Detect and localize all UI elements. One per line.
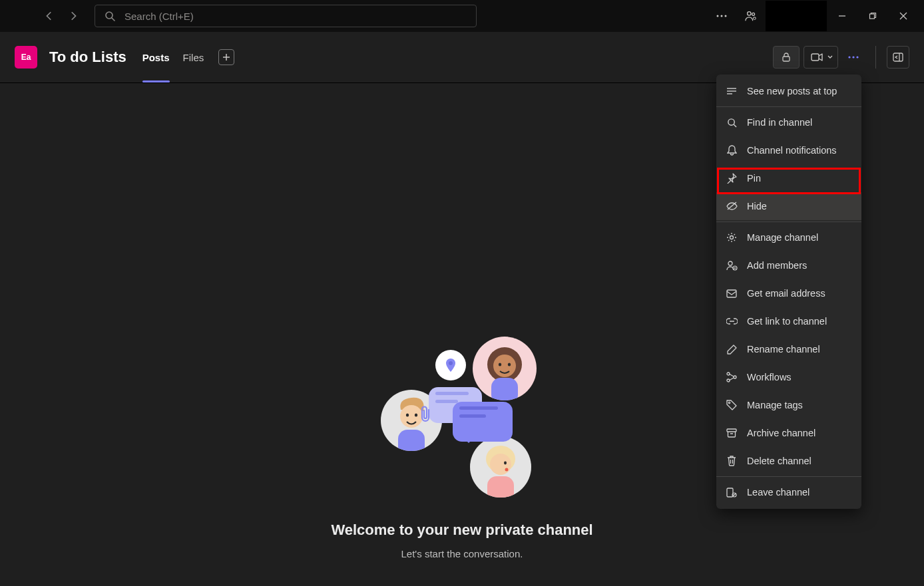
svg-point-48: [727, 379, 730, 382]
lock-icon: [781, 52, 792, 63]
sort-icon: [726, 85, 738, 97]
add-tab-button[interactable]: [218, 49, 234, 65]
svg-rect-50: [727, 429, 736, 432]
channel-more-button[interactable]: [842, 46, 865, 69]
open-pane-button[interactable]: [887, 46, 909, 69]
svg-rect-25: [491, 378, 518, 400]
svg-point-4: [725, 15, 727, 17]
menu-label: Get link to channel: [747, 316, 827, 327]
menu-pin[interactable]: Pin: [716, 164, 861, 192]
menu-workflows[interactable]: Workflows: [716, 363, 861, 391]
menu-find-in-channel[interactable]: Find in channel: [716, 108, 861, 136]
svg-point-23: [499, 363, 501, 366]
menu-rename-channel[interactable]: Rename channel: [716, 335, 861, 363]
search-box[interactable]: [95, 5, 477, 27]
more-icon: [848, 56, 859, 59]
tag-icon: [726, 399, 738, 411]
svg-rect-34: [487, 476, 514, 498]
title-bar: [0, 0, 924, 32]
person-add-icon: [726, 259, 738, 271]
more-button[interactable]: [707, 1, 736, 31]
menu-label: Get email address: [747, 288, 825, 299]
menu-archive-channel[interactable]: Archive channel: [716, 419, 861, 447]
tab-files[interactable]: Files: [183, 32, 204, 82]
menu-channel-notifications[interactable]: Channel notifications: [716, 136, 861, 164]
workflow-icon: [726, 371, 738, 383]
people-button[interactable]: [736, 1, 766, 31]
svg-point-5: [748, 12, 751, 15]
account-area[interactable]: [766, 1, 827, 31]
nav-forward-button[interactable]: [63, 5, 84, 27]
search-input[interactable]: [124, 11, 467, 22]
svg-point-3: [721, 15, 723, 17]
menu-label: Find in channel: [747, 117, 812, 128]
svg-point-17: [852, 56, 854, 58]
mail-icon: [726, 287, 738, 299]
nav-back-button[interactable]: [39, 5, 60, 27]
svg-point-42: [730, 236, 734, 239]
minimize-button[interactable]: [827, 1, 857, 31]
channel-tabs: Posts Files: [142, 32, 235, 82]
menu-hide[interactable]: Hide: [716, 192, 861, 220]
trash-icon: [726, 455, 738, 467]
menu-delete-channel[interactable]: Delete channel: [716, 447, 861, 475]
chevron-down-icon: [827, 54, 833, 61]
search-icon: [726, 116, 738, 128]
svg-point-49: [728, 402, 730, 403]
video-icon: [811, 53, 823, 62]
menu-get-email[interactable]: Get email address: [716, 279, 861, 307]
svg-point-6: [752, 13, 755, 15]
panel-icon: [893, 53, 903, 62]
channel-privacy-button[interactable]: [773, 46, 800, 69]
maximize-icon: [869, 12, 877, 20]
svg-point-43: [728, 261, 732, 265]
menu-add-members[interactable]: Add members: [716, 251, 861, 279]
menu-manage-tags[interactable]: Manage tags: [716, 391, 861, 419]
svg-point-24: [508, 363, 511, 366]
menu-label: Manage tags: [747, 400, 803, 410]
svg-point-31: [490, 454, 511, 475]
people-icon: [745, 10, 757, 22]
menu-separator: [716, 106, 861, 107]
svg-point-28: [415, 413, 417, 416]
menu-label: Pin: [747, 173, 761, 184]
svg-point-27: [406, 413, 409, 416]
menu-label: Manage channel: [747, 232, 818, 243]
svg-point-33: [505, 468, 509, 472]
header-actions: [773, 46, 909, 69]
svg-point-16: [848, 56, 850, 58]
titlebar-right: [707, 1, 919, 31]
pin-icon: [726, 172, 738, 184]
maximize-button[interactable]: [857, 1, 888, 31]
close-button[interactable]: [888, 1, 919, 31]
svg-rect-29: [398, 430, 425, 451]
channel-context-menu: See new posts at top Find in channel Cha…: [716, 74, 861, 509]
menu-label: Rename channel: [747, 344, 820, 355]
team-avatar[interactable]: Ea: [15, 46, 37, 69]
illustration-person: [473, 337, 537, 400]
gear-icon: [726, 231, 738, 243]
svg-point-35: [449, 361, 453, 365]
search-icon: [105, 11, 115, 21]
menu-get-link[interactable]: Get link to channel: [716, 307, 861, 335]
minimize-icon: [838, 12, 846, 20]
tab-posts[interactable]: Posts: [142, 32, 170, 82]
menu-see-new-posts[interactable]: See new posts at top: [716, 77, 861, 105]
menu-label: Hide: [747, 201, 767, 212]
menu-label: Channel notifications: [747, 145, 837, 156]
menu-leave-channel[interactable]: Leave channel: [716, 478, 861, 506]
menu-manage-channel[interactable]: Manage channel: [716, 223, 861, 251]
svg-point-32: [504, 462, 507, 465]
illustration-bubble: [453, 402, 513, 442]
menu-label: Workflows: [747, 372, 792, 382]
chevron-right-icon: [69, 11, 78, 21]
illustration-clip: [418, 406, 433, 423]
channel-title: To do Lists: [49, 49, 126, 66]
link-icon: [726, 315, 738, 327]
chevron-left-icon: [45, 11, 54, 21]
menu-separator: [716, 476, 861, 477]
more-icon: [716, 15, 727, 17]
svg-line-40: [734, 124, 736, 127]
meet-button[interactable]: [804, 46, 838, 69]
svg-rect-45: [727, 290, 736, 297]
